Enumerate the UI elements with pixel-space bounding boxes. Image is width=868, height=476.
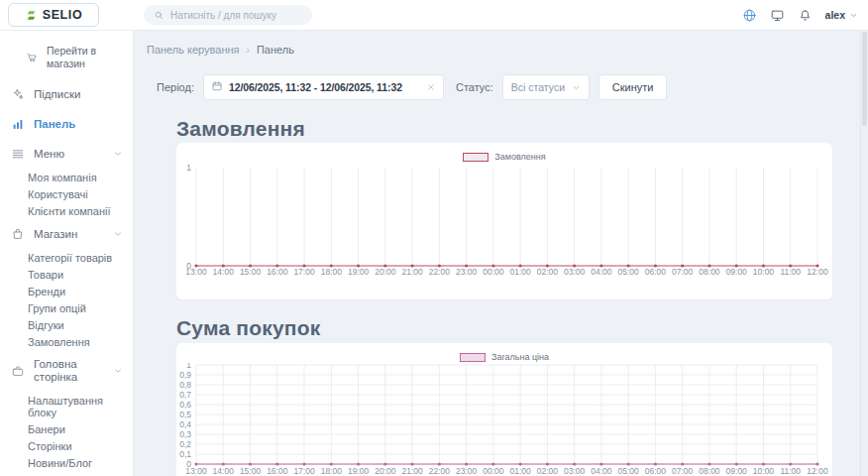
reset-button[interactable]: Скинути — [598, 74, 668, 100]
svg-text:00:00: 00:00 — [483, 267, 504, 277]
chevron-down-icon — [113, 229, 123, 239]
status-selected-value: Всі статуси — [511, 81, 565, 93]
svg-text:0,9: 0,9 — [179, 370, 191, 380]
svg-text:23:00: 23:00 — [456, 267, 478, 277]
dashboard-chart-icon — [11, 117, 25, 131]
chevron-down-icon — [113, 366, 123, 376]
language-globe-icon[interactable] — [742, 8, 757, 23]
svg-text:09:00: 09:00 — [726, 466, 748, 476]
sidebar-subitem[interactable]: Відгуки — [0, 316, 133, 333]
sidebar-item-dashboard[interactable]: Панель — [0, 109, 133, 139]
sidebar-item-label: Меню — [34, 148, 64, 161]
svg-text:1: 1 — [186, 363, 191, 370]
sidebar-subitem[interactable]: Сторінки — [0, 437, 133, 454]
svg-text:01:00: 01:00 — [509, 466, 531, 476]
svg-text:20:00: 20:00 — [375, 466, 396, 476]
breadcrumb-separator: › — [247, 45, 250, 56]
svg-text:06:00: 06:00 — [645, 267, 667, 277]
orders-chart-title: Замовлення — [176, 115, 868, 142]
sidebar-subitem[interactable]: Користувачі — [0, 185, 133, 202]
purchases-chart-legend[interactable]: Загальна ціна — [176, 351, 832, 363]
orders-line-chart: 1013:0014:0015:0016:0017:0018:0019:0020:… — [176, 163, 832, 278]
period-value: 12/06/2025, 11:32 - 12/06/2025, 11:32 — [229, 81, 402, 93]
svg-text:10:00: 10:00 — [753, 267, 775, 277]
user-name: alex — [825, 9, 845, 21]
header-actions: alex — [742, 0, 858, 30]
svg-text:03:00: 03:00 — [564, 466, 586, 476]
svg-text:13:00: 13:00 — [185, 466, 207, 476]
svg-text:21:00: 21:00 — [401, 267, 423, 277]
display-monitor-icon[interactable] — [770, 8, 785, 23]
svg-text:16:00: 16:00 — [267, 466, 288, 476]
svg-text:16:00: 16:00 — [267, 267, 288, 277]
svg-text:08:00: 08:00 — [699, 267, 720, 277]
svg-text:00:00: 00:00 — [483, 466, 504, 476]
sidebar-subitem[interactable]: Клієнти компанії — [0, 202, 133, 219]
sidebar-item-shop[interactable]: Магазин — [0, 219, 133, 249]
scrollbar[interactable] — [860, 30, 868, 476]
legend-swatch — [463, 153, 488, 162]
status-select[interactable]: Всі статуси — [502, 74, 590, 100]
svg-text:12:00: 12:00 — [807, 267, 828, 277]
svg-text:12:00: 12:00 — [807, 466, 828, 476]
sidebar-subitem[interactable]: Банери — [0, 420, 133, 437]
sidebar-item-label: Магазин — [34, 228, 77, 241]
user-menu[interactable]: alex — [825, 9, 858, 21]
breadcrumb-item-dashboard[interactable]: Панель керування — [147, 44, 240, 56]
svg-text:01:00: 01:00 — [509, 267, 531, 277]
sidebar-subitem[interactable]: Налаштування блоку — [0, 392, 133, 420]
calendar-icon — [211, 78, 223, 96]
purchases-line-chart: 10,90,80,70,60,50,40,30,20,1013:0014:001… — [176, 363, 832, 476]
svg-text:0,3: 0,3 — [179, 429, 191, 439]
svg-text:09:00: 09:00 — [726, 267, 748, 277]
sidebar: Перейти в магазинПідпискиПанельМенюМоя к… — [0, 30, 134, 476]
sidebar-item-label: Панель — [34, 118, 75, 131]
search-input[interactable]: Натисніть / для пошуку — [144, 5, 312, 25]
sidebar-item-subscriptions[interactable]: Підписки — [0, 79, 133, 109]
legend-label: Замовлення — [494, 151, 545, 163]
orders-chart-legend[interactable]: Замовлення — [176, 151, 832, 163]
legend-swatch — [460, 353, 486, 362]
purchases-chart-title: Сума покупок — [176, 314, 868, 341]
svg-text:02:00: 02:00 — [537, 466, 559, 476]
sidebar-item-menu[interactable]: Меню — [0, 139, 133, 169]
main-content: Панель керування › Панель Період: 12/06/… — [134, 30, 868, 476]
orders-chart-card: Замовлення 1013:0014:0015:0016:0017:0018… — [176, 143, 832, 299]
svg-text:02:00: 02:00 — [537, 267, 559, 277]
svg-text:1: 1 — [186, 163, 191, 173]
svg-text:13:00: 13:00 — [185, 267, 207, 277]
subscriptions-icon — [11, 87, 25, 101]
sidebar-subitem[interactable]: Категорії товарів — [0, 249, 133, 266]
sidebar-item-homepage[interactable]: Головна сторінка — [0, 350, 133, 392]
sidebar-subitem[interactable]: Групи опцій — [0, 299, 133, 316]
svg-text:15:00: 15:00 — [240, 466, 262, 476]
svg-text:05:00: 05:00 — [618, 267, 640, 277]
selio-logo-icon — [25, 9, 38, 22]
sidebar-item-label: Підписки — [34, 88, 80, 101]
svg-text:14:00: 14:00 — [213, 267, 235, 277]
logo[interactable]: SELIO — [8, 3, 99, 27]
scrollbar-thumb[interactable] — [862, 32, 867, 126]
chevron-down-icon — [572, 83, 581, 92]
chevron-down-icon — [849, 11, 858, 20]
menu-lines-icon — [11, 147, 25, 161]
svg-text:05:00: 05:00 — [618, 466, 640, 476]
svg-text:08:00: 08:00 — [699, 466, 720, 476]
period-date-range-input[interactable]: 12/06/2025, 11:32 - 12/06/2025, 11:32 — [203, 74, 444, 100]
sidebar-item-go-to-store[interactable]: Перейти в магазин — [0, 36, 133, 79]
svg-text:18:00: 18:00 — [321, 466, 343, 476]
svg-text:0,6: 0,6 — [179, 400, 191, 410]
svg-text:23:00: 23:00 — [456, 466, 478, 476]
sidebar-subitem[interactable]: Бренди — [0, 283, 133, 299]
sidebar-subitem[interactable]: Моя компанія — [0, 169, 133, 185]
sidebar-subitem[interactable]: Товари — [0, 266, 133, 283]
clear-icon[interactable] — [426, 82, 436, 92]
svg-text:0,2: 0,2 — [179, 439, 191, 449]
sidebar-item-label: Головна сторінка — [34, 358, 104, 384]
shop-bag-icon — [11, 227, 25, 241]
sidebar-subitem[interactable]: Новини/Блог — [0, 454, 133, 471]
notifications-bell-icon[interactable] — [798, 8, 813, 23]
sidebar-subitem[interactable]: Замовлення — [0, 333, 133, 350]
sidebar-subitem[interactable]: Переваги — [0, 471, 133, 476]
svg-text:0,7: 0,7 — [179, 390, 191, 400]
